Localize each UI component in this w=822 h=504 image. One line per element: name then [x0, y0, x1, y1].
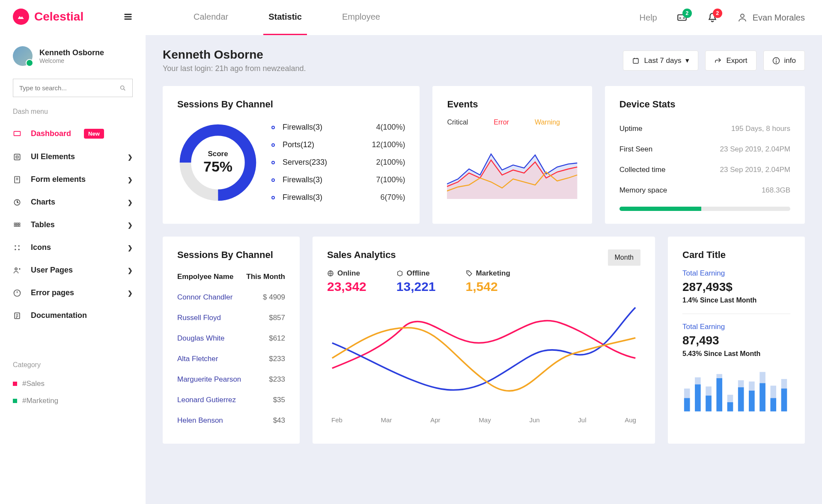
employee-link[interactable]: Marguerite Pearson [177, 375, 269, 384]
svg-point-0 [121, 86, 124, 89]
chevron-right-icon: ❯ [128, 199, 133, 206]
user-icon [737, 12, 748, 23]
svg-point-13 [741, 14, 744, 18]
help-link[interactable]: Help [640, 13, 657, 23]
employee-link[interactable]: Douglas White [177, 334, 269, 343]
menu-icon [13, 130, 22, 138]
sidebar-item-tables[interactable]: Tables❯ [13, 213, 133, 236]
chevron-right-icon: ❯ [128, 244, 133, 251]
employee-link[interactable]: Connor Chandler [177, 293, 263, 302]
brand-name: Celestial [34, 10, 83, 24]
svg-rect-38 [770, 398, 776, 411]
date-range-button[interactable]: Last 7 days ▾ [623, 50, 698, 71]
channel-row: Firewalls(3)4(100%) [271, 119, 405, 136]
score-label: Score [208, 150, 228, 158]
employee-link[interactable]: Leonard Gutierrez [177, 396, 273, 404]
box-icon [396, 270, 403, 277]
svg-rect-32 [738, 387, 744, 411]
menu-icon [13, 266, 22, 275]
channel-row: Firewalls(3)6(70%) [271, 189, 405, 206]
info-icon [772, 57, 780, 65]
hamburger-icon[interactable] [123, 12, 133, 21]
export-button[interactable]: Export [705, 50, 756, 71]
chevron-right-icon: ❯ [128, 222, 133, 228]
globe-icon [327, 270, 334, 277]
svg-point-9 [15, 268, 17, 270]
category-item[interactable]: #Marketing [13, 392, 133, 409]
sidebar-item-icons[interactable]: Icons❯ [13, 236, 133, 259]
category-heading: Category [13, 361, 133, 369]
nav-tab-employee[interactable]: Employee [337, 0, 385, 35]
svg-rect-26 [706, 396, 712, 412]
logo-icon [13, 9, 29, 25]
category-dot [13, 382, 17, 386]
menu-icon [13, 243, 22, 252]
sidebar-item-documentation[interactable]: Documentation [13, 304, 133, 327]
main: CalendarStatisticEmployee Help 2 2 Evan … [146, 0, 822, 504]
notifications-button[interactable]: 2 [707, 12, 718, 23]
sidebar-item-form-elements[interactable]: Form elements❯ [13, 168, 133, 191]
month-button[interactable]: Month [608, 249, 640, 266]
svg-point-8 [18, 249, 20, 250]
employee-row: Douglas White$612 [177, 328, 285, 349]
employee-link[interactable]: Russell Floyd [177, 314, 269, 322]
user-menu[interactable]: Evan Morales [737, 12, 805, 23]
earning2-label: Total Earning [682, 323, 790, 331]
sidebar-item-dashboard[interactable]: DashboardNew [13, 122, 133, 145]
info-button[interactable]: info [763, 50, 805, 71]
sales-x-axis: FebMarAprMayJunJulAug [327, 416, 640, 424]
svg-point-6 [18, 245, 20, 246]
channel-row: Firewalls(3)7(100%) [271, 171, 405, 189]
sidebar-item-charts[interactable]: Charts❯ [13, 191, 133, 213]
legend-critical: Critical [447, 119, 468, 126]
menu-icon [13, 221, 22, 229]
menu-heading: Dash menu [13, 108, 133, 116]
chevron-right-icon: ❯ [128, 154, 133, 160]
earning2-sub: 5.43% Since Last Month [682, 350, 790, 358]
chevron-right-icon: ❯ [128, 267, 133, 274]
chevron-right-icon: ❯ [128, 176, 133, 183]
tag-icon [466, 270, 473, 277]
nav-tab-statistic[interactable]: Statistic [263, 0, 307, 35]
employee-row: Russell Floyd$857 [177, 308, 285, 328]
search-input[interactable] [19, 84, 119, 92]
logo-row: Celestial [13, 0, 133, 33]
nav-tab-calendar[interactable]: Calendar [188, 0, 233, 35]
sessions-channel-card: Sessions By Channel Score 75% [163, 86, 420, 224]
ct-title: Card Title [682, 249, 790, 261]
emp-header-name: Empolyee Name [177, 273, 246, 281]
earning2-value: 87,493 [682, 334, 790, 347]
sessions-card-title: Sessions By Channel [177, 99, 405, 110]
employee-row: Helen Benson$43 [177, 410, 285, 431]
menu-icon [13, 311, 22, 320]
category-item[interactable]: #Sales [13, 375, 133, 392]
page-header: Kenneth Osborne Your last login: 21h ago… [163, 48, 805, 73]
employee-link[interactable]: Alta Fletcher [177, 355, 269, 363]
profile-avatar[interactable] [13, 46, 33, 66]
sidebar-item-error-pages[interactable]: Error pages❯ [13, 282, 133, 304]
sidebar-item-user-pages[interactable]: User Pages❯ [13, 259, 133, 282]
memory-progress [619, 207, 790, 211]
messages-button[interactable]: 2 [676, 12, 688, 23]
menu-icon [13, 153, 22, 161]
sales-title: Sales Analytics [327, 249, 608, 261]
calendar-icon [632, 57, 640, 65]
nav-tabs: CalendarStatisticEmployee [188, 0, 385, 35]
chevron-right-icon: ❯ [128, 290, 133, 296]
svg-rect-2 [14, 154, 20, 160]
svg-rect-30 [727, 402, 733, 411]
sidebar-item-ui-elements[interactable]: UI Elements❯ [13, 145, 133, 168]
employee-link[interactable]: Helen Benson [177, 416, 273, 425]
svg-rect-22 [684, 398, 690, 411]
profile-block: Kenneth Osborne Welcome [13, 33, 133, 74]
search-box[interactable] [13, 79, 133, 97]
menu-icon [13, 289, 22, 297]
device-stat-row: Uptime195 Days, 8 hours [619, 119, 790, 139]
search-icon [119, 85, 126, 92]
svg-point-20 [468, 272, 468, 273]
sidebar: Celestial Kenneth Osborne Welcome Dash m… [0, 0, 146, 504]
device-stat-row: First Seen23 Sep 2019, 2.04PM [619, 139, 790, 160]
messages-badge: 2 [682, 9, 692, 18]
channel-row: Servers(233)2(100%) [271, 154, 405, 171]
new-badge: New [84, 129, 104, 139]
